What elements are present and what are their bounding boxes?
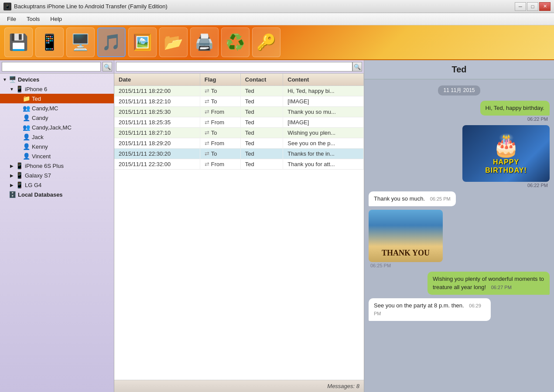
tree-item-galaxys7[interactable]: ▶ 📱 Galaxy S7	[0, 170, 114, 180]
tree-item-candyjackmc[interactable]: 👥 Candy,Jack,MC	[0, 123, 114, 132]
tree-item-jack[interactable]: 👤 Jack	[0, 132, 114, 142]
cell-flag: ⇄From	[200, 117, 240, 128]
expand-iphone6-icon: ▼	[9, 86, 15, 92]
tree-item-devices[interactable]: ▼ 🖥️ Devices	[0, 75, 114, 84]
print-icon: 🖨️	[195, 33, 214, 51]
expand-jack-icon	[16, 134, 22, 140]
toolbar-photo-button[interactable]: 🖼️	[128, 27, 157, 57]
cell-contact: Ted	[240, 86, 283, 96]
cell-contact: Ted	[240, 107, 283, 117]
cell-content: Thank you for att...	[283, 159, 364, 170]
toolbar-database-button[interactable]: 🖥️	[66, 27, 95, 57]
chat-message-5: Wishing you plenty of wonderful moments …	[369, 272, 550, 294]
chat-bubble-5: Wishing you plenty of wonderful moments …	[427, 272, 550, 294]
menu-help[interactable]: Help	[45, 14, 67, 24]
table-row[interactable]: 2015/11/11 18:25:35 ⇄From Ted [IMAGE]	[114, 117, 364, 128]
cell-contact: Ted	[240, 138, 283, 149]
thankyou-image-placeholder: THANK YOU	[369, 210, 443, 262]
minimize-button[interactable]: ─	[515, 2, 526, 11]
tree-item-vincent[interactable]: 👤 Vincent	[0, 151, 114, 161]
table-row[interactable]: 2015/11/11 22:30:20 ⇄To Ted Thanks for t…	[114, 149, 364, 159]
center-search-input[interactable]	[116, 62, 352, 72]
cell-content: Hi, Ted, happy bi...	[283, 86, 364, 96]
toolbar-line-transfer-button[interactable]: 🎵	[97, 27, 126, 57]
table-row[interactable]: 2015/11/11 18:22:00 ⇄To Ted Hi, Ted, hap…	[114, 86, 364, 96]
chat-text-6: See you on the party at 8 p.m. then.	[374, 302, 464, 309]
col-content[interactable]: Content	[283, 74, 364, 86]
cell-flag: ⇄From	[200, 159, 240, 170]
transfer-icon: 📱	[40, 33, 59, 51]
sidebar-search-button[interactable]: 🔍	[103, 62, 112, 72]
toolbar-export-button[interactable]: 📂	[159, 27, 188, 57]
table-row[interactable]: 2015/11/11 22:32:00 ⇄From Ted Thank you …	[114, 159, 364, 170]
titlebar-left: 📱 Backuptrans iPhone Line to Android Tra…	[3, 3, 168, 10]
chat-message-3: Thank you so much. 06:25 PM	[369, 191, 550, 206]
toolbar-backup-button[interactable]: 💾	[4, 27, 33, 57]
candymc-label: Candy,MC	[32, 105, 58, 112]
table-row[interactable]: 2015/11/11 18:29:20 ⇄From Ted See you on…	[114, 138, 364, 149]
table-row[interactable]: 2015/11/11 18:22:10 ⇄To Ted [IMAGE]	[114, 96, 364, 107]
line-transfer-icon: 🎵	[102, 33, 121, 51]
chat-bubble-6: See you on the party at 8 p.m. then. 06:…	[369, 298, 491, 321]
table-row[interactable]: 2015/11/11 18:27:10 ⇄To Ted Wishing you …	[114, 128, 364, 138]
sidebar: 🔍 ▼ 🖥️ Devices ▼ 📱 iPhone 6 📁 Ted	[0, 60, 114, 392]
tree-item-lgg4[interactable]: ▶ 📱 LG G4	[0, 180, 114, 190]
tree-item-localdbs[interactable]: 🗄️ Local Databases	[0, 190, 114, 199]
cell-date: 2015/11/11 18:29:20	[114, 138, 200, 149]
flag-icon: ⇄	[205, 88, 209, 94]
maximize-button[interactable]: □	[527, 2, 538, 11]
titlebar: 📱 Backuptrans iPhone Line to Android Tra…	[0, 0, 554, 13]
tree-item-kenny[interactable]: 👤 Kenny	[0, 142, 114, 151]
col-flag[interactable]: Flag	[200, 74, 240, 86]
flag-icon: ⇄	[205, 130, 209, 136]
candyjackmc-icon: 👥	[23, 124, 30, 131]
flag-icon: ⇄	[205, 119, 209, 126]
table-body: 2015/11/11 18:22:00 ⇄To Ted Hi, Ted, hap…	[114, 86, 364, 170]
message-table-container[interactable]: Date Flag Contact Content 2015/11/11 18:…	[114, 74, 364, 380]
app-icon: 📱	[3, 3, 11, 10]
menu-file[interactable]: File	[2, 14, 21, 24]
toolbar-key-button[interactable]: 🔑	[252, 27, 280, 57]
tree-item-iphone6splus[interactable]: ▶ 📱 iPhone 6S Plus	[0, 161, 114, 170]
cell-contact: Ted	[240, 149, 283, 159]
toolbar-transfer-button[interactable]: 📱	[35, 27, 64, 57]
devices-label: Devices	[18, 76, 39, 83]
col-contact[interactable]: Contact	[240, 74, 283, 86]
toolbar-print-button[interactable]: 🖨️	[190, 27, 219, 57]
toolbar: 💾 📱 🖥️ 🎵 🖼️ 📂 🖨️ ♻️ 🔑	[0, 25, 554, 60]
menu-tools[interactable]: Tools	[21, 14, 45, 24]
message-count-footer: Messages: 8	[114, 380, 364, 392]
flag-icon: ⇄	[205, 109, 209, 115]
tree-item-iphone6[interactable]: ▼ 📱 iPhone 6	[0, 84, 114, 94]
cell-flag: ⇄From	[200, 138, 240, 149]
chat-message-1: Hi, Ted, happy birthday. 06:22 PM	[369, 101, 550, 122]
titlebar-buttons: ─ □ ✕	[515, 2, 551, 11]
chat-message-4: THANK YOU 06:25 PM	[369, 210, 550, 268]
col-date[interactable]: Date	[114, 74, 200, 86]
chat-bubble-3: Thank you so much. 06:25 PM	[369, 191, 456, 206]
ted-icon: 📁	[23, 95, 30, 102]
chat-messages-area[interactable]: 11 11月 2015 Hi, Ted, happy birthday. 06:…	[364, 79, 554, 392]
sidebar-search-input[interactable]	[2, 62, 101, 72]
localdbs-icon: 🗄️	[9, 191, 16, 198]
table-row[interactable]: 2015/11/11 18:25:30 ⇄From Ted Thank you …	[114, 107, 364, 117]
chat-time-4: 06:25 PM	[369, 263, 393, 268]
close-button[interactable]: ✕	[539, 2, 551, 11]
tree-item-ted[interactable]: 📁 Ted	[0, 94, 114, 103]
cell-contact: Ted	[240, 128, 283, 138]
flag-icon: ⇄	[205, 140, 209, 147]
chat-message-2: 🎂 HAPPYBIRTHDAY! 06:22 PM	[369, 125, 550, 188]
tree-item-candy[interactable]: 👤 Candy	[0, 113, 114, 123]
tree-item-candymc[interactable]: 👥 Candy,MC	[0, 103, 114, 113]
toolbar-recycle-button[interactable]: ♻️	[221, 27, 250, 57]
center-search-button[interactable]: 🔍	[352, 62, 362, 72]
iphone6splus-label: iPhone 6S Plus	[25, 163, 64, 169]
main-area: 🔍 ▼ 🖥️ Devices ▼ 📱 iPhone 6 📁 Ted	[0, 60, 554, 392]
cell-flag: ⇄To	[200, 128, 240, 138]
database-icon: 🖥️	[71, 33, 90, 51]
chat-text-1: Hi, Ted, happy birthday.	[486, 105, 544, 111]
app-title: Backuptrans iPhone Line to Android Trans…	[14, 3, 168, 10]
birthday-cake-icon: 🎂	[492, 133, 520, 158]
birthday-image-placeholder: 🎂 HAPPYBIRTHDAY!	[462, 125, 550, 182]
cell-date: 2015/11/11 18:25:30	[114, 107, 200, 117]
